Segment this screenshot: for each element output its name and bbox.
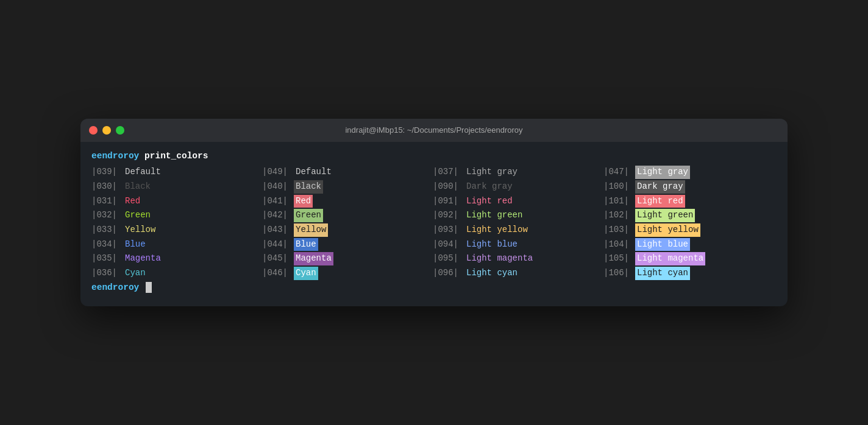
maximize-button[interactable] <box>116 126 124 135</box>
color-name: Dark gray <box>635 180 685 194</box>
color-entry: |100|Dark gray <box>603 180 774 194</box>
color-entry: |041|Red <box>262 195 433 208</box>
table-row: |036|Cyan|046|Cyan|096|Light cyan|106|Li… <box>91 266 777 281</box>
color-entry: |031|Red <box>91 194 262 209</box>
color-name: Light yellow <box>635 223 700 237</box>
color-code: |105| <box>603 252 635 265</box>
color-name: Light yellow <box>464 223 530 237</box>
minimize-button[interactable] <box>102 126 111 135</box>
color-name: Yellow <box>294 223 328 237</box>
color-entry: |046|Cyan <box>262 267 433 280</box>
color-name: Light green <box>635 209 695 222</box>
color-entry: |043|Yellow <box>262 223 433 237</box>
color-entry: |106|Light cyan <box>603 267 774 280</box>
color-entry: |103|Light yellow <box>603 223 774 237</box>
color-name: Default <box>294 165 333 180</box>
color-name: Magenta <box>294 252 333 265</box>
color-entry: |044|Blue <box>262 238 433 251</box>
color-name: Light blue <box>464 237 519 252</box>
color-entry: |049|Default <box>262 165 433 180</box>
color-name: Light blue <box>635 238 690 251</box>
color-entry: |042|Green <box>262 209 433 222</box>
traffic-lights <box>89 126 124 135</box>
color-entry: |090|Dark gray <box>433 180 603 194</box>
color-entry: |095|Light magenta <box>433 251 603 266</box>
cursor <box>146 282 152 293</box>
color-code: |094| <box>433 238 464 251</box>
color-code: |106| <box>603 267 635 280</box>
color-name: Dark gray <box>464 180 514 194</box>
color-entry: |104|Light blue <box>603 238 774 251</box>
color-entry: |045|Magenta <box>262 252 433 265</box>
table-row: |035|Magenta|045|Magenta|095|Light magen… <box>91 251 777 266</box>
color-code: |093| <box>433 223 464 237</box>
color-entry: |093|Light yellow <box>433 223 603 237</box>
color-name: Light red <box>464 194 514 209</box>
color-name: Red <box>294 195 313 208</box>
color-name: Red <box>123 194 142 209</box>
color-name: Light gray <box>464 165 519 180</box>
color-code: |104| <box>603 238 635 251</box>
color-entry: |034|Blue <box>91 237 262 252</box>
color-code: |101| <box>603 195 635 208</box>
color-code: |037| <box>433 166 464 179</box>
color-code: |041| <box>262 195 294 208</box>
window-title: indrajit@iMbp15: ~/Documents/Projects/ee… <box>345 125 522 135</box>
color-code: |100| <box>603 180 635 194</box>
color-entry: |096|Light cyan <box>433 266 603 281</box>
color-entry: |036|Cyan <box>91 266 262 281</box>
color-code: |040| <box>262 180 294 194</box>
color-code: |045| <box>262 252 294 265</box>
color-code: |090| <box>433 180 464 194</box>
titlebar: indrajit@iMbp15: ~/Documents/Projects/ee… <box>80 119 788 142</box>
color-code: |039| <box>91 166 123 179</box>
color-name: Light green <box>464 208 524 223</box>
color-name: Light gray <box>635 166 690 179</box>
prompt-text: eendroroy <box>91 151 139 161</box>
terminal-window: indrajit@iMbp15: ~/Documents/Projects/ee… <box>80 119 788 306</box>
color-code: |049| <box>262 166 294 179</box>
color-name: Light magenta <box>635 252 705 265</box>
color-code: |043| <box>262 223 294 237</box>
command-line: eendroroy print_colors <box>91 149 777 163</box>
table-row: |032|Green|042|Green|092|Light green|102… <box>91 208 777 223</box>
color-code: |102| <box>603 209 635 222</box>
color-entry: |102|Light green <box>603 209 774 222</box>
color-entry: |101|Light red <box>603 195 774 208</box>
color-entry: |030|Black <box>91 180 262 194</box>
color-table: |039|Default|049|Default|037|Light gray|… <box>91 165 777 281</box>
color-code: |032| <box>91 209 123 222</box>
color-entry: |033|Yellow <box>91 223 262 237</box>
color-entry: |032|Green <box>91 208 262 223</box>
color-name: Light cyan <box>635 267 690 280</box>
color-code: |092| <box>433 209 464 222</box>
color-code: |031| <box>91 195 123 208</box>
color-name: Green <box>123 208 152 223</box>
color-name: Blue <box>294 238 318 251</box>
color-entry: |047|Light gray <box>603 166 774 179</box>
color-code: |030| <box>91 180 123 194</box>
color-name: Green <box>294 209 323 222</box>
table-row: |030|Black|040|Black|090|Dark gray|100|D… <box>91 180 777 194</box>
terminal-content: eendroroy print_colors |039|Default|049|… <box>80 142 788 306</box>
color-name: Cyan <box>294 267 318 280</box>
table-row: |033|Yellow|043|Yellow|093|Light yellow|… <box>91 223 777 237</box>
color-name: Cyan <box>123 266 148 281</box>
color-code: |091| <box>433 195 464 208</box>
color-name: Default <box>123 165 163 180</box>
color-code: |047| <box>603 166 635 179</box>
color-code: |035| <box>91 252 123 265</box>
color-name: Yellow <box>123 223 157 237</box>
color-entry: |035|Magenta <box>91 251 262 266</box>
color-entry: |094|Light blue <box>433 237 603 252</box>
color-name: Black <box>294 180 323 194</box>
color-code: |095| <box>433 252 464 265</box>
table-row: |031|Red|041|Red|091|Light red|101|Light… <box>91 194 777 209</box>
color-name: Light red <box>635 195 685 208</box>
close-button[interactable] <box>89 126 98 135</box>
color-entry: |040|Black <box>262 180 433 194</box>
color-name: Magenta <box>123 251 163 266</box>
color-code: |044| <box>262 238 294 251</box>
bottom-prompt: eendroroy <box>91 281 777 294</box>
command-text: print_colors <box>144 151 208 161</box>
